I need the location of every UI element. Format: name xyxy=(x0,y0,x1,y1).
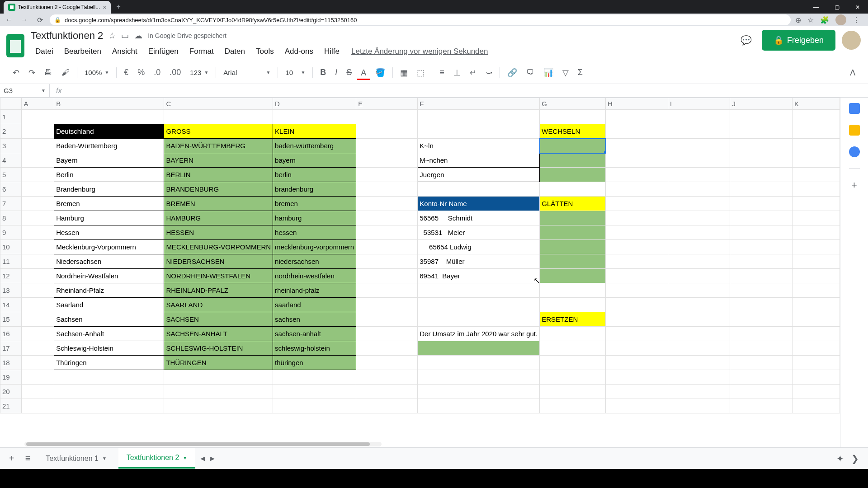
menu-format[interactable]: Format xyxy=(185,45,218,58)
all-sheets-button[interactable]: ≡ xyxy=(22,450,34,467)
back-button[interactable]: ← xyxy=(4,16,14,24)
cell[interactable]: NORDRHEIN-WESTFALEN xyxy=(164,269,273,283)
close-window-button[interactable]: ✕ xyxy=(847,1,868,14)
new-tab-button[interactable]: + xyxy=(111,3,126,11)
spreadsheet-grid[interactable]: A B C D E F G H I J K 1 2 Deutschland GR… xyxy=(0,98,840,450)
cell[interactable]: BADEN-WÜRTTEMBERG xyxy=(164,139,273,153)
sheet-tab-2[interactable]: Textfunktionen 2 ▼ xyxy=(118,448,195,469)
menu-file[interactable]: Datei xyxy=(31,45,58,58)
col-header[interactable]: K xyxy=(793,98,840,110)
calendar-icon[interactable] xyxy=(849,103,860,114)
cell[interactable]: Bremen xyxy=(54,197,164,211)
cell[interactable]: HESSEN xyxy=(164,225,273,240)
strike-button[interactable]: S xyxy=(343,65,355,80)
cell[interactable]: sachsen-anhalt xyxy=(273,327,356,341)
row-header[interactable]: 6 xyxy=(0,182,22,197)
cell[interactable]: Bayern xyxy=(54,153,164,168)
cell[interactable]: WECHSELN xyxy=(540,124,606,139)
menu-icon[interactable]: ⋮ xyxy=(853,16,860,24)
menu-view[interactable]: Ansicht xyxy=(108,45,142,58)
row-header[interactable]: 9 xyxy=(0,225,22,240)
col-header[interactable]: F xyxy=(418,98,540,110)
cell[interactable]: Rheinland-Pfalz xyxy=(54,283,164,298)
row-header[interactable]: 13 xyxy=(0,283,22,298)
last-edit-link[interactable]: Letzte Änderung vor wenigen Sekunden xyxy=(351,47,488,56)
row-header[interactable]: 1 xyxy=(0,110,22,124)
cell[interactable] xyxy=(540,153,606,168)
row-header[interactable]: 18 xyxy=(0,356,22,370)
star-icon[interactable]: ☆ xyxy=(108,31,116,41)
account-avatar[interactable] xyxy=(842,31,861,50)
row-header[interactable]: 15 xyxy=(0,312,22,327)
cell[interactable]: Mecklenburg-Vorpommern xyxy=(54,240,164,254)
cell[interactable]: GROSS xyxy=(164,124,273,139)
v-align-button[interactable]: ⊥ xyxy=(450,65,464,80)
cell[interactable]: HAMBURG xyxy=(164,211,273,225)
add-addon-button[interactable]: + xyxy=(851,179,857,191)
cell[interactable]: SACHSEN xyxy=(164,312,273,327)
star-icon[interactable]: ☆ xyxy=(807,16,814,24)
h-align-button[interactable]: ≡ xyxy=(436,65,448,80)
cell[interactable]: sachsen xyxy=(273,312,356,327)
cell[interactable]: hamburg xyxy=(273,211,356,225)
zoom-icon[interactable]: ⊕ xyxy=(795,16,801,24)
cell[interactable]: 65654 Ludwig xyxy=(418,240,540,254)
profile-avatar-icon[interactable] xyxy=(835,14,846,25)
cell[interactable]: SACHSEN-ANHALT xyxy=(164,327,273,341)
increase-decimal-button[interactable]: .00 xyxy=(166,65,184,80)
reload-button[interactable]: ⟳ xyxy=(34,16,45,24)
cell[interactable]: Baden-Württemberg xyxy=(54,139,164,153)
chart-button[interactable]: 📊 xyxy=(540,65,557,80)
col-header[interactable]: B xyxy=(54,98,164,110)
row-header[interactable]: 10 xyxy=(0,240,22,254)
row-header[interactable]: 20 xyxy=(0,385,22,399)
decrease-decimal-button[interactable]: .0 xyxy=(150,65,164,80)
percent-button[interactable]: % xyxy=(134,65,148,80)
row-header[interactable]: 14 xyxy=(0,298,22,312)
cell[interactable]: RHEINLAND-PFALZ xyxy=(164,283,273,298)
filter-button[interactable]: ▽ xyxy=(559,65,572,80)
cell[interactable]: rheinland-pfalz xyxy=(273,283,356,298)
col-header[interactable]: H xyxy=(606,98,668,110)
undo-button[interactable]: ↶ xyxy=(9,65,23,80)
redo-button[interactable]: ↷ xyxy=(25,65,39,80)
cell[interactable]: M~nchen xyxy=(418,153,540,168)
cell[interactable]: Sachsen-Anhalt xyxy=(54,327,164,341)
keep-icon[interactable] xyxy=(849,125,860,136)
forward-button[interactable]: → xyxy=(19,16,30,24)
horizontal-scrollbar[interactable] xyxy=(24,442,382,446)
url-input[interactable]: 🔒 docs.google.com/spreadsheets/d/1rn3osC… xyxy=(50,14,791,25)
cell[interactable]: 56565 Schmidt xyxy=(418,211,540,225)
cell[interactable]: 69541 Bayer xyxy=(418,269,540,283)
cell[interactable]: THÜRINGEN xyxy=(164,356,273,370)
cell[interactable]: 53531 Meier xyxy=(418,225,540,240)
cell[interactable]: Der Umsatz im Jahr 2020 war sehr gut. xyxy=(418,327,540,341)
col-header[interactable]: E xyxy=(356,98,418,110)
cell[interactable]: Hessen xyxy=(54,225,164,240)
cell[interactable]: BRANDENBURG xyxy=(164,182,273,197)
cell[interactable]: Brandenburg xyxy=(54,182,164,197)
menu-insert[interactable]: Einfügen xyxy=(144,45,183,58)
cell[interactable]: Sachsen xyxy=(54,312,164,327)
cell[interactable]: SCHLESWIG-HOLSTEIN xyxy=(164,341,273,356)
col-header[interactable]: G xyxy=(540,98,606,110)
menu-help[interactable]: Hilfe xyxy=(320,45,344,58)
cell[interactable]: K~ln xyxy=(418,139,540,153)
maximize-button[interactable]: ▢ xyxy=(826,1,847,14)
cell[interactable]: bayern xyxy=(273,153,356,168)
cell[interactable]: BERLIN xyxy=(164,168,273,182)
cell[interactable]: schleswig-holstein xyxy=(273,341,356,356)
rotate-button[interactable]: ⤻ xyxy=(482,65,496,80)
row-header[interactable]: 12 xyxy=(0,269,22,283)
sheets-logo-icon[interactable] xyxy=(4,30,27,61)
side-panel-toggle[interactable]: ❯ xyxy=(848,450,863,468)
font-size-select[interactable]: 10▼ xyxy=(282,67,309,78)
sheet-tab-1[interactable]: Textfunktionen 1 ▼ xyxy=(38,449,114,468)
cell[interactable]: thüringen xyxy=(273,356,356,370)
menu-data[interactable]: Daten xyxy=(220,45,250,58)
cell[interactable]: saarland xyxy=(273,298,356,312)
col-header[interactable]: A xyxy=(22,98,54,110)
active-cell[interactable] xyxy=(540,139,606,153)
row-header[interactable]: 5 xyxy=(0,168,22,182)
row-header[interactable]: 8 xyxy=(0,211,22,225)
